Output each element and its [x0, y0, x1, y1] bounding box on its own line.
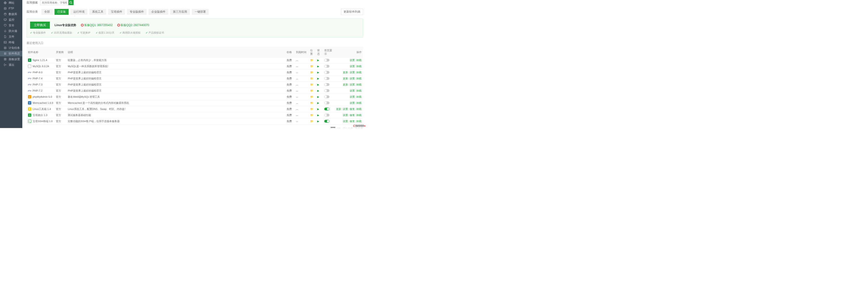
tab-4[interactable]: 宝塔插件 [108, 9, 125, 15]
action-link[interactable]: 更新 [343, 83, 348, 86]
app-name[interactable]: PHP-8.0 [33, 71, 42, 74]
tab-8[interactable]: 一键部署 [192, 9, 209, 15]
buy-button[interactable]: 立即购买 [30, 22, 50, 29]
home-toggle[interactable] [324, 65, 330, 68]
tab-1[interactable]: 已安装 [55, 9, 69, 15]
home-toggle[interactable] [324, 101, 330, 104]
action-link[interactable]: 设置 [350, 95, 355, 98]
action-link[interactable]: 卸载 [356, 83, 362, 86]
action-link[interactable]: 设置 [350, 71, 355, 74]
app-name[interactable]: Nginx 1.21.4 [33, 59, 47, 62]
action-link[interactable]: 卸载 [356, 114, 362, 116]
action-link[interactable]: 卸载 [356, 108, 362, 110]
app-name[interactable]: MySQL 8.0.24 [33, 65, 49, 68]
app-name[interactable]: PHP-7.4 [33, 77, 42, 80]
sidebar-item-database[interactable]: 数据库 [0, 11, 22, 17]
folder-icon[interactable]: 📁 [310, 108, 313, 110]
action-link[interactable]: 卸载 [356, 71, 362, 74]
sidebar-item-file[interactable]: 文件 [0, 34, 22, 39]
play-icon[interactable]: ▶ [317, 71, 319, 74]
action-link[interactable]: 设置 [343, 114, 348, 116]
action-link[interactable]: 卸载 [356, 59, 362, 62]
app-name[interactable]: Memcached 1.6.9 [33, 101, 53, 104]
home-toggle[interactable] [324, 114, 330, 116]
action-link[interactable]: 设置 [350, 89, 355, 92]
action-link[interactable]: 设置 [350, 65, 355, 68]
play-icon[interactable]: ▶ [317, 89, 319, 92]
home-toggle[interactable] [324, 77, 330, 80]
tab-0[interactable]: 全部 [41, 9, 53, 15]
home-toggle[interactable] [324, 83, 330, 86]
folder-icon[interactable]: 📁 [310, 101, 313, 104]
play-icon[interactable]: ▶ [317, 83, 319, 86]
sidebar-item-globe[interactable]: 网站 [0, 0, 22, 6]
update-list-button[interactable]: 更新软件列表 [341, 9, 363, 15]
home-toggle[interactable] [324, 71, 330, 74]
play-icon[interactable]: ▶ [317, 114, 319, 116]
sidebar-item-settings[interactable]: 面板设置 [0, 56, 22, 62]
action-link[interactable]: 更新 [343, 77, 348, 80]
tab-7[interactable]: 第三方应用 [170, 9, 190, 15]
folder-icon[interactable]: 📁 [310, 95, 313, 98]
action-link[interactable]: 卸载 [356, 101, 362, 104]
play-icon[interactable]: ▶ [317, 95, 319, 98]
kf2[interactable]: 客服QQ2: 2927440070 [117, 23, 149, 27]
sidebar-item-ftp[interactable]: FTP [0, 6, 22, 11]
folder-icon[interactable]: 📁 [310, 120, 313, 123]
software-table: 软件名称开发商说明价格到期时间位置状态首页显示操作 NNginx 1.21.4官… [27, 47, 363, 125]
sidebar-item-shield[interactable]: 安全 [0, 23, 22, 28]
folder-icon[interactable]: 📁 [310, 114, 313, 116]
app-name[interactable]: PHP-7.2 [33, 89, 42, 92]
play-icon[interactable]: ▶ [317, 59, 319, 62]
action-link[interactable]: 卸载 [356, 65, 362, 68]
page-current[interactable]: 1 [331, 127, 335, 128]
action-link[interactable]: 修复 [350, 114, 355, 116]
play-icon[interactable]: ▶ [317, 65, 319, 68]
action-link[interactable]: 卸载 [356, 95, 362, 98]
action-link[interactable]: 更新 [336, 108, 341, 110]
action-link[interactable]: 设置 [343, 120, 348, 123]
folder-icon[interactable]: 📁 [310, 77, 313, 80]
action-link[interactable]: 设置 [350, 101, 355, 104]
action-link[interactable]: 修复 [350, 120, 355, 123]
play-icon[interactable]: ▶ [317, 120, 319, 123]
home-toggle[interactable] [324, 120, 330, 123]
sidebar-item-exit[interactable]: 退出 [0, 62, 22, 68]
tab-2[interactable]: 运行环境 [70, 9, 87, 15]
action-link[interactable]: 卸载 [356, 89, 362, 92]
play-icon[interactable]: ▶ [317, 108, 319, 110]
sidebar-item-task[interactable]: 计划任务 [0, 45, 22, 51]
action-link[interactable]: 修复 [350, 108, 355, 110]
home-toggle[interactable] [324, 108, 330, 110]
action-link[interactable]: 设置 [350, 77, 355, 80]
action-link[interactable]: 设置 [350, 83, 355, 86]
sidebar-item-terminal[interactable]: 终端 [0, 39, 22, 45]
folder-icon[interactable]: 📁 [310, 65, 313, 68]
folder-icon[interactable]: 📁 [310, 59, 313, 62]
tab-5[interactable]: 专业版插件 [127, 9, 147, 15]
play-icon[interactable]: ▶ [317, 77, 319, 80]
home-toggle[interactable] [324, 95, 330, 98]
action-link[interactable]: 卸载 [356, 120, 362, 123]
action-link[interactable]: 设置 [343, 108, 348, 110]
tab-6[interactable]: 企业版插件 [149, 9, 168, 15]
sidebar-item-fire[interactable]: 防火墙 [0, 28, 22, 34]
action-link[interactable]: 卸载 [356, 77, 362, 80]
folder-icon[interactable]: 📁 [310, 89, 313, 92]
folder-icon[interactable]: 📁 [310, 83, 313, 86]
app-name[interactable]: PHP-7.3 [33, 83, 42, 86]
kf1[interactable]: 客服QQ1: 3007255432 [81, 23, 113, 27]
app-name[interactable]: Linux工具箱 1.4 [33, 107, 51, 111]
sidebar-item-monitor[interactable]: 监控 [0, 17, 22, 23]
folder-icon[interactable]: 📁 [310, 71, 313, 74]
home-toggle[interactable] [324, 89, 330, 92]
home-toggle[interactable] [324, 59, 330, 62]
play-icon[interactable]: ▶ [317, 101, 319, 104]
search-button[interactable] [68, 0, 73, 5]
app-name[interactable]: 宝塔跑分 1.3 [33, 113, 47, 117]
search-input[interactable] [40, 0, 68, 5]
action-link[interactable]: 更新 [343, 71, 348, 74]
tab-3[interactable]: 系统工具 [89, 9, 106, 15]
app-name[interactable]: phpMyAdmin 5.0 [33, 95, 52, 98]
app-name[interactable]: 宝塔SSH终端 1.0 [33, 120, 53, 123]
